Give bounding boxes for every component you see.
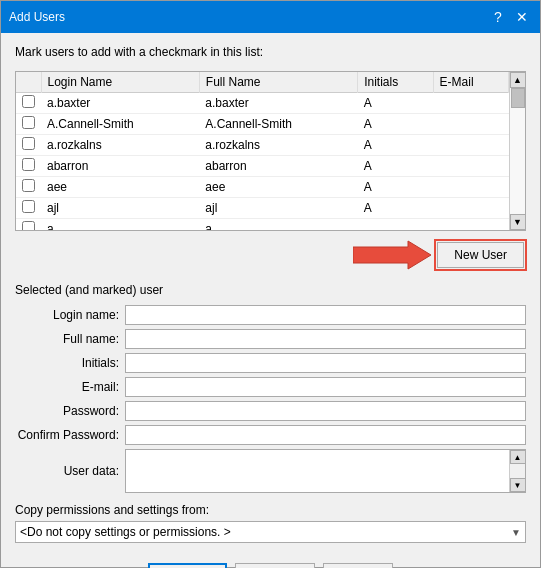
- dialog-title: Add Users: [9, 10, 65, 24]
- col-email: E-Mail: [433, 72, 508, 93]
- next-button[interactable]: Next >: [148, 563, 227, 568]
- row-checkbox-cell[interactable]: [16, 219, 41, 231]
- user-list-container: Login Name Full Name Initials E-Mail a.b…: [15, 71, 526, 231]
- row-checkbox[interactable]: [22, 116, 35, 129]
- row-full: A.Cannell-Smith: [199, 114, 357, 135]
- dialog-body: Mark users to add with a checkmark in th…: [1, 33, 540, 555]
- email-label: E-mail:: [15, 380, 125, 394]
- selected-section-label: Selected (and marked) user: [15, 283, 526, 297]
- row-login: A.Cannell-Smith: [41, 114, 199, 135]
- col-login: Login Name: [41, 72, 199, 93]
- table-row: A.Cannell-Smith A.Cannell-Smith A: [16, 114, 509, 135]
- instruction-text: Mark users to add with a checkmark in th…: [15, 45, 526, 59]
- row-initials: A: [358, 156, 433, 177]
- initials-input[interactable]: [125, 353, 526, 373]
- row-checkbox-cell[interactable]: [16, 135, 41, 156]
- login-label: Login name:: [15, 308, 125, 322]
- row-checkbox-cell[interactable]: [16, 93, 41, 114]
- password-label: Password:: [15, 404, 125, 418]
- login-input[interactable]: [125, 305, 526, 325]
- confirm-password-label: Confirm Password:: [15, 428, 125, 442]
- row-checkbox-cell[interactable]: [16, 198, 41, 219]
- scroll-up-arrow[interactable]: ▲: [510, 72, 526, 88]
- scroll-down-arrow[interactable]: ▼: [510, 214, 526, 230]
- confirm-password-input[interactable]: [125, 425, 526, 445]
- row-checkbox-cell[interactable]: [16, 114, 41, 135]
- userdata-wrap: ▲ ▼: [125, 449, 526, 493]
- table-row: aee aee A: [16, 177, 509, 198]
- row-login: abarron: [41, 156, 199, 177]
- add-users-dialog: Add Users ? ✕ Mark users to add with a c…: [0, 0, 541, 568]
- table-row: ajl ajl A: [16, 198, 509, 219]
- permissions-dropdown[interactable]: <Do not copy settings or permissions. > …: [15, 521, 526, 543]
- table-row: a........ a........: [16, 219, 509, 231]
- row-checkbox-cell[interactable]: [16, 156, 41, 177]
- row-email: [433, 135, 508, 156]
- row-initials: A: [358, 114, 433, 135]
- help-button[interactable]: Help: [323, 563, 393, 568]
- close-button[interactable]: ✕: [512, 7, 532, 27]
- user-form: Login name: Full name: Initials: E-mail:…: [15, 305, 526, 493]
- userdata-textarea[interactable]: [126, 450, 509, 492]
- row-email: [433, 93, 508, 114]
- row-login: a........: [41, 219, 199, 231]
- row-full: abarron: [199, 156, 357, 177]
- permissions-label: Copy permissions and settings from:: [15, 503, 526, 517]
- title-bar-controls: ? ✕: [488, 7, 532, 27]
- cancel-button[interactable]: Cancel: [235, 563, 314, 568]
- row-initials: A: [358, 135, 433, 156]
- col-full: Full Name: [199, 72, 357, 93]
- table-row: a.rozkalns a.rozkalns A: [16, 135, 509, 156]
- list-scrollbar: ▲ ▼: [509, 72, 525, 230]
- ta-scroll-up[interactable]: ▲: [510, 450, 526, 464]
- svg-marker-0: [353, 241, 431, 269]
- row-full: aee: [199, 177, 357, 198]
- row-checkbox-cell[interactable]: [16, 177, 41, 198]
- initials-label: Initials:: [15, 356, 125, 370]
- ta-scroll-down[interactable]: ▼: [510, 478, 526, 492]
- row-full: ajl: [199, 198, 357, 219]
- row-initials: A: [358, 177, 433, 198]
- new-user-row: New User: [15, 239, 526, 271]
- row-email: [433, 219, 508, 231]
- user-table: Login Name Full Name Initials E-Mail a.b…: [16, 72, 509, 230]
- row-email: [433, 198, 508, 219]
- row-full: a.rozkalns: [199, 135, 357, 156]
- row-full: a.baxter: [199, 93, 357, 114]
- row-checkbox[interactable]: [22, 221, 35, 230]
- help-title-button[interactable]: ?: [488, 7, 508, 27]
- user-table-body: a.baxter a.baxter A A.Cannell-Smith A.Ca…: [16, 93, 509, 231]
- row-full: a........: [199, 219, 357, 231]
- dialog-footer: Next > Cancel Help: [1, 555, 540, 568]
- row-email: [433, 177, 508, 198]
- row-checkbox[interactable]: [22, 158, 35, 171]
- permissions-selected-value: <Do not copy settings or permissions. >: [20, 525, 231, 539]
- new-user-button[interactable]: New User: [437, 242, 524, 268]
- full-label: Full name:: [15, 332, 125, 346]
- col-initials: Initials: [358, 72, 433, 93]
- email-input[interactable]: [125, 377, 526, 397]
- permissions-section: Copy permissions and settings from: <Do …: [15, 503, 526, 543]
- row-login: a.rozkalns: [41, 135, 199, 156]
- scroll-thumb[interactable]: [511, 88, 525, 108]
- arrow-indicator: [353, 239, 433, 271]
- row-checkbox[interactable]: [22, 95, 35, 108]
- row-checkbox[interactable]: [22, 200, 35, 213]
- userdata-scrollbar: ▲ ▼: [509, 450, 525, 492]
- row-login: ajl: [41, 198, 199, 219]
- userdata-label: User data:: [15, 464, 125, 478]
- scroll-track: [510, 88, 525, 214]
- row-checkbox[interactable]: [22, 137, 35, 150]
- row-initials: A: [358, 93, 433, 114]
- row-checkbox[interactable]: [22, 179, 35, 192]
- user-list-scroll-area[interactable]: Login Name Full Name Initials E-Mail a.b…: [16, 72, 509, 230]
- col-check: [16, 72, 41, 93]
- table-header-row: Login Name Full Name Initials E-Mail: [16, 72, 509, 93]
- row-login: a.baxter: [41, 93, 199, 114]
- full-name-input[interactable]: [125, 329, 526, 349]
- row-initials: A: [358, 198, 433, 219]
- table-row: a.baxter a.baxter A: [16, 93, 509, 114]
- row-email: [433, 114, 508, 135]
- row-login: aee: [41, 177, 199, 198]
- password-input[interactable]: [125, 401, 526, 421]
